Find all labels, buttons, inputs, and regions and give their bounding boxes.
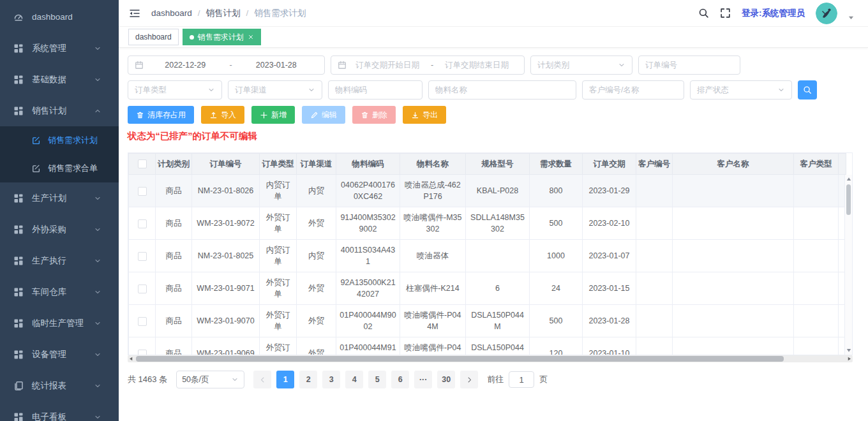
row-checkbox[interactable] — [138, 284, 147, 293]
plan-date-range-picker[interactable]: 2022-12-29 - 2023-01-28 — [128, 55, 325, 75]
delivery-date-start[interactable]: 订单交期开始日期 — [347, 60, 428, 71]
horizontal-scrollbar-thumb[interactable] — [136, 356, 784, 362]
hamburger-icon[interactable] — [129, 8, 140, 18]
sidebar-item-生产计划[interactable]: 生产计划 — [0, 182, 119, 214]
edit-button[interactable]: 编辑 — [302, 106, 345, 124]
sidebar-item-电子看板[interactable]: 电子看板 — [0, 401, 119, 421]
sidebar: dashboard系统管理基础数据销售计划销售需求计划销售需求合单生产计划外协采… — [0, 0, 119, 421]
cell: KBAL-P028 — [466, 175, 530, 207]
horizontal-scrollbar[interactable] — [128, 355, 853, 362]
select-placeholder: 计划类别 — [537, 60, 569, 71]
search-button[interactable] — [798, 80, 817, 100]
order-no-input[interactable] — [645, 61, 733, 70]
cell-select — [129, 272, 156, 305]
page-button-6[interactable]: 6 — [391, 371, 409, 388]
cell — [794, 305, 839, 337]
tab-label: dashboard — [135, 33, 172, 41]
sidebar-item-dashboard[interactable]: dashboard — [0, 1, 119, 33]
sidebar-item-外协采购[interactable]: 外协采购 — [0, 214, 119, 245]
row-checkbox[interactable] — [138, 350, 147, 355]
delivery-date-end[interactable]: 订单交期结束日期 — [436, 60, 518, 71]
material-name-input[interactable] — [435, 85, 569, 94]
cell: 01P400044M9116 — [336, 337, 400, 356]
order-type-select[interactable]: 订单类型 — [128, 80, 222, 100]
sidebar-item-销售需求计划[interactable]: 销售需求计划 — [0, 126, 119, 154]
next-page-button[interactable] — [460, 371, 478, 388]
goto-label: 前往 — [487, 374, 504, 385]
vertical-scrollbar-thumb[interactable] — [846, 184, 851, 215]
order-channel-select[interactable]: 订单渠道 — [228, 80, 322, 100]
prev-page-button[interactable] — [253, 371, 271, 388]
scroll-right-icon[interactable] — [847, 357, 851, 361]
page-size-select[interactable]: 50条/页 — [176, 371, 244, 388]
add-button[interactable]: 新增 — [251, 106, 295, 124]
login-user-label[interactable]: 登录:系统管理员 — [742, 8, 805, 19]
schedule-status-select[interactable]: 排产状态 — [690, 80, 792, 100]
delivery-date-range-picker[interactable]: 订单交期开始日期 - 订单交期结束日期 — [331, 55, 525, 75]
import-button[interactable]: 导入 — [201, 106, 244, 124]
col-extra — [839, 154, 846, 175]
breadcrumb-item-dashboard[interactable]: dashboard — [151, 8, 192, 18]
scroll-left-icon[interactable] — [129, 357, 133, 361]
tab-dashboard[interactable]: dashboard — [128, 29, 179, 45]
cell: 24 — [530, 272, 583, 305]
cell — [636, 272, 673, 305]
goto-page-input[interactable] — [509, 371, 534, 388]
sidebar-item-统计报表[interactable]: 统计报表 — [0, 370, 119, 401]
sidebar-item-基础数据[interactable]: 基础数据 — [0, 64, 119, 95]
plan-date-start[interactable]: 2022-12-29 — [144, 61, 227, 70]
edit-square-icon — [32, 164, 41, 173]
sidebar-item-设备管理[interactable]: 设备管理 — [0, 339, 119, 370]
sidebar-item-销售计划[interactable]: 销售计划 — [0, 95, 119, 126]
sidebar-item-车间仓库[interactable]: 车间仓库 — [0, 276, 119, 307]
customer-input[interactable] — [589, 85, 677, 94]
row-checkbox[interactable] — [138, 187, 147, 196]
fullscreen-icon[interactable] — [720, 8, 731, 18]
close-icon[interactable] — [248, 34, 254, 40]
avatar[interactable] — [816, 3, 837, 24]
page-button-30[interactable]: 30 — [437, 371, 455, 388]
page-button-1[interactable]: 1 — [276, 371, 294, 388]
page-button-2[interactable]: 2 — [299, 371, 317, 388]
chevron-left-icon — [259, 376, 266, 383]
delete-button[interactable]: 删除 — [352, 106, 396, 124]
sidebar-item-临时生产管理[interactable]: 临时生产管理 — [0, 307, 119, 339]
cell: WM-23-01-9069 — [192, 337, 260, 356]
tab-sales-demand-plan[interactable]: 销售需求计划 — [183, 29, 261, 45]
plan-date-end[interactable]: 2023-01-28 — [235, 61, 318, 70]
clear-stock-occupy-button[interactable]: 清库存占用 — [128, 106, 194, 124]
cell — [794, 207, 839, 240]
scroll-up-icon[interactable] — [846, 177, 851, 182]
search-icon[interactable] — [698, 8, 709, 18]
sidebar-item-销售需求合单[interactable]: 销售需求合单 — [0, 154, 119, 182]
breadcrumb-separator: / — [198, 8, 200, 18]
vertical-scrollbar[interactable] — [844, 175, 852, 355]
select-all-checkbox[interactable] — [138, 159, 147, 168]
row-checkbox[interactable] — [138, 219, 147, 228]
order-no-field[interactable] — [638, 55, 740, 75]
page-button-4[interactable]: 4 — [345, 371, 363, 388]
col-客户名称: 客户名称 — [673, 154, 794, 175]
breadcrumb-item-sales-plan[interactable]: 销售计划 — [206, 8, 241, 19]
cell: 内贸 — [297, 175, 336, 207]
page-button-5[interactable]: 5 — [368, 371, 386, 388]
caret-down-icon[interactable] — [848, 15, 854, 20]
row-checkbox[interactable] — [138, 317, 147, 326]
col-客户类型: 客户类型 — [794, 154, 839, 175]
export-button[interactable]: 导出 — [403, 106, 446, 124]
page-button-3[interactable]: 3 — [322, 371, 340, 388]
cell: 喷油器总成-462P176 — [400, 175, 466, 207]
material-name-field[interactable] — [428, 80, 576, 100]
cell: 40011S034A431 — [336, 240, 400, 272]
sidebar-item-系统管理[interactable]: 系统管理 — [0, 33, 119, 64]
scroll-down-icon[interactable] — [846, 348, 851, 353]
page-button-···[interactable]: ··· — [414, 371, 432, 388]
material-code-field[interactable] — [328, 80, 423, 100]
plan-category-select[interactable]: 计划类别 — [530, 55, 632, 75]
sidebar-item-生产执行[interactable]: 生产执行 — [0, 245, 119, 276]
row-checkbox[interactable] — [138, 252, 147, 261]
button-label: 清库存占用 — [147, 110, 186, 121]
sidebar-item-label: dashboard — [32, 12, 73, 22]
customer-field[interactable] — [582, 80, 684, 100]
material-code-input[interactable] — [335, 85, 415, 94]
